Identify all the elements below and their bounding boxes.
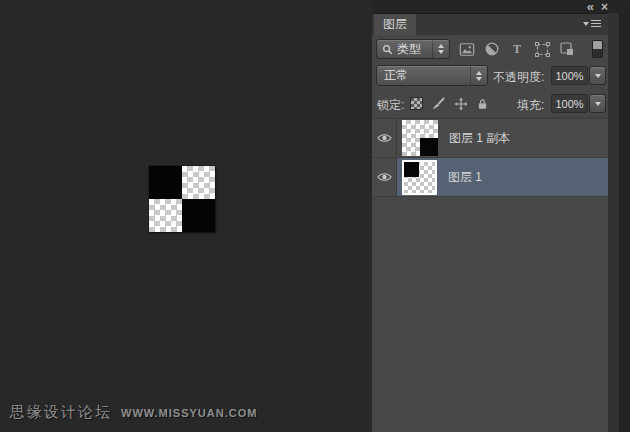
chevron-down-icon	[595, 102, 601, 106]
black-square-top-left	[149, 166, 182, 199]
chevron-down-icon	[595, 74, 601, 78]
pixel-layer-filter-icon[interactable]	[459, 41, 475, 57]
watermark-url: WWW.MISSYUAN.COM	[121, 407, 257, 419]
layer-row-copy[interactable]: 图层 1 副本	[372, 119, 608, 158]
visibility-cell[interactable]	[372, 158, 397, 196]
panel-menu-icon[interactable]	[583, 20, 601, 27]
panel-menu-lines	[591, 20, 601, 27]
panel-dock: « × 图层	[372, 0, 630, 432]
dropdown-spinner-icon	[432, 40, 449, 58]
lock-position-move-icon[interactable]	[453, 96, 468, 111]
collapse-panels-icon[interactable]: «	[587, 2, 593, 12]
lock-label: 锁定:	[377, 97, 404, 114]
watermark-site-name: 思缘设计论坛	[10, 403, 112, 422]
lock-all-padlock-icon[interactable]	[475, 96, 490, 111]
tab-layers[interactable]: 图层	[374, 14, 416, 35]
lock-icon-group	[409, 95, 490, 112]
fill-slider-button[interactable]	[589, 94, 606, 113]
watermark: 思缘设计论坛 WWW.MISSYUAN.COM	[10, 403, 257, 422]
black-square-bottom-right	[182, 199, 215, 232]
layer-filtering-toggle[interactable]	[592, 40, 603, 58]
blend-mode-row: 正常 不透明度: 100%	[372, 64, 608, 89]
close-panel-icon[interactable]: ×	[601, 2, 608, 12]
shape-layer-filter-icon[interactable]	[534, 41, 550, 57]
tab-layers-label: 图层	[383, 16, 407, 33]
smart-object-filter-icon[interactable]	[559, 41, 575, 57]
dropdown-spinner-icon	[470, 66, 487, 85]
blend-mode-value: 正常	[384, 67, 408, 84]
layers-panel: 图层 类型	[372, 13, 608, 432]
adjustment-layer-filter-icon[interactable]	[484, 41, 500, 57]
lock-transparency-icon[interactable]	[409, 96, 424, 111]
layers-panel-body: 类型	[372, 35, 608, 432]
fill-value-field[interactable]: 100%	[551, 94, 588, 113]
canvas-document[interactable]	[149, 166, 215, 232]
fill-label: 填充:	[517, 97, 544, 114]
layer-name[interactable]: 图层 1	[448, 169, 482, 186]
layer-filter-row: 类型	[372, 38, 608, 61]
opacity-label: 不透明度:	[493, 69, 544, 86]
dock-gutter	[608, 13, 619, 432]
lock-row: 锁定:	[372, 92, 608, 117]
layer-thumbnail	[404, 162, 435, 193]
photoshop-workspace: 思缘设计论坛 WWW.MISSYUAN.COM « × 图层	[0, 0, 630, 432]
layers-list: 图层 1 副本	[372, 118, 608, 432]
layer-thumbnail-cell[interactable]	[402, 119, 438, 157]
layer-thumbnail	[402, 120, 438, 156]
dock-topbar: « ×	[372, 0, 630, 13]
filter-icon-group: T	[459, 40, 575, 58]
type-layer-filter-icon[interactable]: T	[509, 41, 525, 57]
opacity-value-field[interactable]: 100%	[551, 66, 588, 85]
layer-thumbnail-cell[interactable]	[402, 158, 437, 196]
search-icon	[382, 44, 393, 55]
filter-kind-label: 类型	[397, 41, 421, 58]
opacity-slider-button[interactable]	[589, 66, 606, 85]
selected-thumbnail-frame	[402, 160, 437, 195]
layer-name[interactable]: 图层 1 副本	[449, 130, 510, 147]
blend-mode-dropdown[interactable]: 正常	[376, 65, 488, 86]
eye-icon	[377, 172, 392, 182]
panel-menu-triangle	[583, 22, 589, 26]
eye-icon	[377, 133, 392, 143]
filter-kind-dropdown[interactable]: 类型	[376, 39, 450, 59]
panel-tab-bar: 图层	[372, 14, 608, 35]
layer-row-selected[interactable]: 图层 1	[372, 158, 608, 197]
lock-image-brush-icon[interactable]	[431, 96, 446, 111]
visibility-cell[interactable]	[372, 119, 397, 157]
